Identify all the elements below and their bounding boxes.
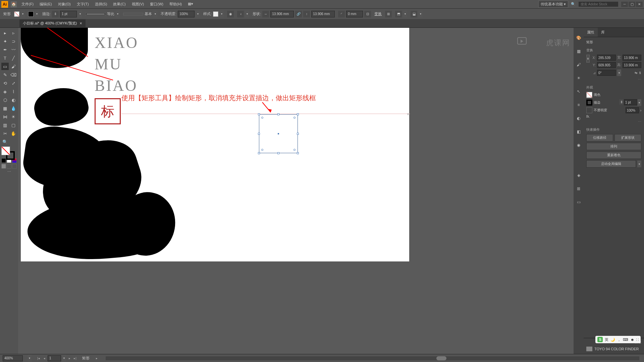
menu-file[interactable]: 文件(F) xyxy=(19,1,36,8)
appearance-fill-swatch[interactable] xyxy=(586,92,592,98)
shape-h-input[interactable] xyxy=(311,11,335,17)
layers-panel-icon[interactable]: ◈ xyxy=(575,172,582,179)
h-scrollbar[interactable] xyxy=(106,356,639,360)
edit-toolbar[interactable]: ⋯ xyxy=(1,170,17,176)
eraser-tool[interactable]: ⌫ xyxy=(10,71,17,78)
btn-recolor[interactable]: 重新着色 xyxy=(586,152,641,159)
tab-properties[interactable]: 属性 xyxy=(584,28,598,37)
opacity-arrow-icon[interactable]: › xyxy=(640,109,641,112)
recolor-icon[interactable]: ◉ xyxy=(227,11,234,17)
artboard-first[interactable]: |◂ xyxy=(36,356,41,361)
stroke-dropdown[interactable]: ▾ xyxy=(35,11,39,17)
transform-angle-input[interactable] xyxy=(597,70,616,76)
brushes-panel-icon[interactable]: 🖌 xyxy=(575,61,582,68)
btn-expand-shape[interactable]: 扩展形状 xyxy=(614,134,641,141)
appearance-opacity-swatch[interactable] xyxy=(586,107,592,113)
zoom-dropdown[interactable]: ▾ xyxy=(28,355,32,362)
width-tool[interactable]: ◈ xyxy=(1,88,9,95)
stroke-swatch[interactable] xyxy=(28,11,34,17)
document-tab[interactable]: 小目标.ai* @ 400% (CMYK/预览) × xyxy=(19,19,86,27)
color-panel-icon[interactable]: 🎨 xyxy=(575,35,582,41)
selected-rectangle[interactable] xyxy=(259,114,298,153)
ime-punct-icon[interactable]: ， xyxy=(617,337,621,342)
rectangle-tool[interactable]: ▭ xyxy=(1,63,9,70)
artboard-last[interactable]: ▸| xyxy=(73,356,77,361)
search-icon[interactable]: 🔍 xyxy=(571,2,576,6)
ime-lang[interactable]: 英 xyxy=(605,337,608,342)
artboard-dropdown[interactable]: ▾ xyxy=(62,355,66,362)
select-similar-dropdown[interactable]: ▾ xyxy=(419,11,423,17)
transform-w-input[interactable] xyxy=(623,55,641,61)
hand-tool[interactable]: ✋ xyxy=(10,130,17,137)
menu-window[interactable]: 窗口(W) xyxy=(147,1,166,8)
curvature-tool[interactable]: 〰 xyxy=(10,46,17,53)
status-menu[interactable]: ▸ xyxy=(94,356,99,361)
selection-tool[interactable]: ▸ xyxy=(1,29,9,37)
artboards-panel-icon[interactable]: ▭ xyxy=(575,199,582,205)
screen-mode-row[interactable] xyxy=(1,164,17,169)
shape-w-input[interactable] xyxy=(270,11,294,17)
menu-arrange-icon[interactable]: ▦▾ xyxy=(185,1,196,8)
appearance-opacity-input[interactable] xyxy=(626,107,639,113)
rotate-tool[interactable]: ⟲ xyxy=(1,79,9,87)
fill-dropdown[interactable]: ▾ xyxy=(21,11,25,17)
warp-tool[interactable]: ⌇ xyxy=(10,88,17,95)
tab-libraries[interactable]: 库 xyxy=(598,28,608,37)
transform-y-input[interactable] xyxy=(597,62,616,68)
menu-view[interactable]: 视图(V) xyxy=(129,1,147,8)
transparency-panel-icon[interactable]: ◧ xyxy=(575,128,582,135)
swatch-folder-icon[interactable] xyxy=(586,347,592,351)
arrange-dropdown[interactable]: ▾ xyxy=(403,11,407,17)
ime-keyboard-icon[interactable]: ⌨ xyxy=(623,338,628,342)
document-tab-close[interactable]: × xyxy=(80,21,82,26)
swatches-panel-icon[interactable]: ▦ xyxy=(575,48,582,55)
appearance-stroke-swatch[interactable] xyxy=(586,100,592,106)
brush-dropdown[interactable]: ▾ xyxy=(153,11,157,17)
direct-selection-tool[interactable]: ▹ xyxy=(10,29,17,37)
slice-tool[interactable]: ✂ xyxy=(1,130,9,137)
style-dropdown[interactable]: ▾ xyxy=(220,11,224,17)
blend-tool[interactable]: ⋈ xyxy=(1,113,9,120)
more-options-icon[interactable]: ⋯ xyxy=(586,77,641,81)
cursor-icon[interactable]: ↖ xyxy=(575,88,582,95)
opacity-dropdown[interactable]: ▾ xyxy=(196,11,200,17)
artboard-tool[interactable]: ▢ xyxy=(10,121,17,129)
transform-h-input[interactable] xyxy=(623,62,641,68)
gradient-panel-icon[interactable]: ◐ xyxy=(575,115,582,122)
menu-effect[interactable]: 效果(C) xyxy=(110,1,128,8)
menu-help[interactable]: 帮助(H) xyxy=(167,1,184,8)
profile-dropdown[interactable]: ▾ xyxy=(116,11,120,17)
ime-toolbar[interactable]: S 英 🌙 ， ⌨ ☻ ⸬ xyxy=(595,336,641,343)
gradient-tool[interactable]: ◐ xyxy=(10,96,17,104)
line-tool[interactable]: ╱ xyxy=(10,54,17,62)
appearance-stroke-dropdown[interactable]: ▾ xyxy=(637,99,641,106)
stroke-stepper[interactable]: ⇕ xyxy=(619,99,624,105)
home-icon[interactable]: 🏠 xyxy=(11,1,17,7)
asset-panel-icon[interactable]: ⊞ xyxy=(575,185,582,192)
workspace-selector[interactable]: 传统基本功能 ▾ xyxy=(538,1,568,8)
window-minimize[interactable]: ─ xyxy=(621,2,628,7)
fx-icon[interactable]: fx. xyxy=(586,115,590,118)
artboard-next[interactable]: ▸ xyxy=(67,356,72,361)
ime-menu-icon[interactable]: ⸬ xyxy=(636,338,639,342)
brush-def[interactable] xyxy=(123,13,143,15)
arrange-icon[interactable]: ⬒ xyxy=(395,11,402,17)
transform-x-input[interactable] xyxy=(597,55,616,61)
magic-wand-tool[interactable]: ✦ xyxy=(1,38,9,45)
eyedropper-tool[interactable]: 💧 xyxy=(10,105,17,112)
mesh-tool[interactable]: ▦ xyxy=(1,105,9,112)
menu-edit[interactable]: 编辑(E) xyxy=(37,1,55,8)
shape-builder-tool[interactable]: ⬡ xyxy=(1,96,9,104)
fill-stroke-control[interactable] xyxy=(1,146,17,157)
graph-tool[interactable]: ▥ xyxy=(1,121,9,129)
link-wh-icon[interactable]: 🔗 xyxy=(295,11,302,17)
canvas[interactable]: XIAO MU BIAO 标 使用【矩形工具】绘制矩形，取消填充并设置描边，做出… xyxy=(18,28,574,354)
stroke-stepper-icon[interactable]: ⇕ xyxy=(52,11,59,17)
menu-type[interactable]: 文字(T) xyxy=(74,1,92,8)
artboard-prev[interactable]: ◂ xyxy=(42,356,47,361)
zoom-level[interactable] xyxy=(3,355,23,361)
window-maximize[interactable]: ▢ xyxy=(629,2,635,7)
global-edit-dropdown[interactable]: ▾ xyxy=(637,161,641,167)
align-icon[interactable]: ⫞ xyxy=(237,11,244,17)
opacity-input[interactable] xyxy=(178,11,195,17)
